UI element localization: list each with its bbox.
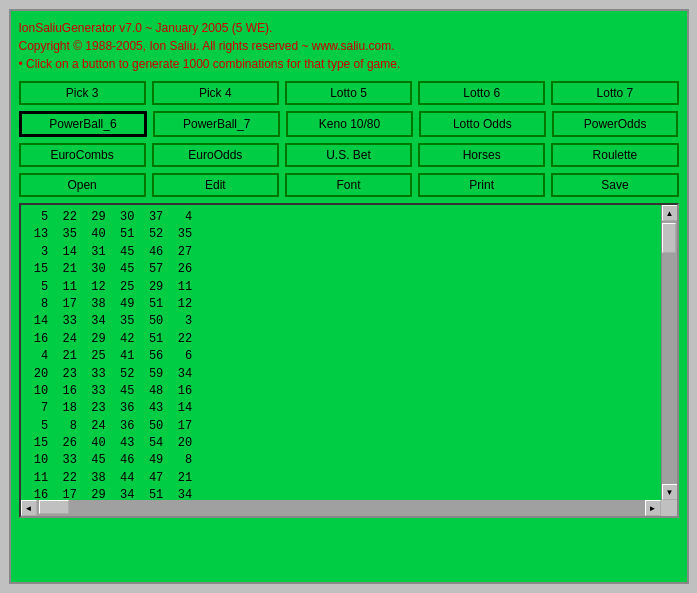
scrollbar-corner (661, 500, 677, 516)
hint: • Click on a button to generate 1000 com… (19, 55, 679, 73)
scroll-up-button[interactable]: ▲ (662, 205, 678, 221)
keno-button[interactable]: Keno 10/80 (286, 111, 413, 137)
button-row-3: EuroCombs EuroOdds U.S. Bet Horses Roule… (19, 143, 679, 167)
scroll-right-button[interactable]: ► (645, 500, 661, 516)
roulette-button[interactable]: Roulette (551, 143, 678, 167)
main-window: IonSaliuGenerator v7.0 ~ January 2005 (5… (9, 9, 689, 584)
lotto7-button[interactable]: Lotto 7 (551, 81, 678, 105)
eurocombs-button[interactable]: EuroCombs (19, 143, 146, 167)
font-button[interactable]: Font (285, 173, 412, 197)
scroll-thumb-h[interactable] (39, 500, 69, 514)
powerodds-button[interactable]: PowerOdds (552, 111, 679, 137)
output-text: 5 22 29 30 37 4 13 35 40 51 52 35 3 14 3… (27, 209, 655, 500)
vertical-scrollbar: ▲ ▼ (661, 205, 677, 500)
copyright: Copyright © 1988-2005, Ion Saliu. All ri… (19, 37, 679, 55)
button-row-1: Pick 3 Pick 4 Lotto 5 Lotto 6 Lotto 7 (19, 81, 679, 105)
pick4-button[interactable]: Pick 4 (152, 81, 279, 105)
horses-button[interactable]: Horses (418, 143, 545, 167)
usbet-button[interactable]: U.S. Bet (285, 143, 412, 167)
powerball6-button[interactable]: PowerBall_6 (19, 111, 148, 137)
button-row-2: PowerBall_6 PowerBall_7 Keno 10/80 Lotto… (19, 111, 679, 137)
scroll-track-v (662, 221, 677, 484)
pick3-button[interactable]: Pick 3 (19, 81, 146, 105)
save-button[interactable]: Save (551, 173, 678, 197)
powerball7-button[interactable]: PowerBall_7 (153, 111, 280, 137)
app-title: IonSaliuGenerator v7.0 ~ January 2005 (5… (19, 19, 679, 37)
open-button[interactable]: Open (19, 173, 146, 197)
scroll-left-button[interactable]: ◄ (21, 500, 37, 516)
scroll-thumb-v[interactable] (662, 223, 676, 253)
button-row-4: Open Edit Font Print Save (19, 173, 679, 197)
lotto5-button[interactable]: Lotto 5 (285, 81, 412, 105)
lottoodds-button[interactable]: Lotto Odds (419, 111, 546, 137)
edit-button[interactable]: Edit (152, 173, 279, 197)
scroll-down-button[interactable]: ▼ (662, 484, 678, 500)
scroll-track-h (37, 500, 645, 516)
euroodds-button[interactable]: EuroOdds (152, 143, 279, 167)
bottom-scrollbar-area: ◄ ► (21, 500, 677, 516)
lotto6-button[interactable]: Lotto 6 (418, 81, 545, 105)
header-section: IonSaliuGenerator v7.0 ~ January 2005 (5… (19, 19, 679, 73)
output-wrapper: 5 22 29 30 37 4 13 35 40 51 52 35 3 14 3… (19, 203, 679, 518)
print-button[interactable]: Print (418, 173, 545, 197)
output-inner: 5 22 29 30 37 4 13 35 40 51 52 35 3 14 3… (21, 205, 677, 500)
output-content: 5 22 29 30 37 4 13 35 40 51 52 35 3 14 3… (21, 205, 661, 500)
